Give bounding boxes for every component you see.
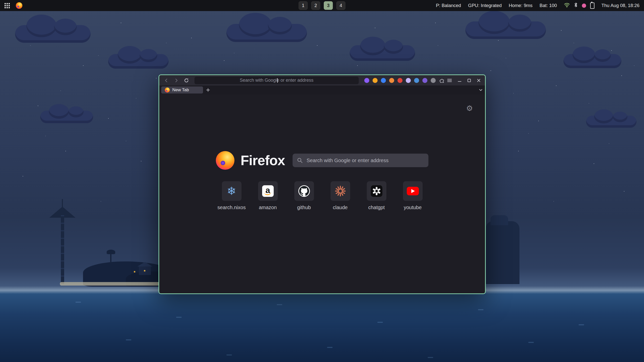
shortcut-tile [367,181,386,201]
extension-icon[interactable] [431,78,436,83]
workspace-label: 2 [314,3,317,8]
shortcut-claude[interactable]: claude [331,181,350,210]
newtab-hero: Firefox [216,151,428,170]
new-tab-button[interactable] [206,87,211,93]
workspace-switcher: 1 2 3 4 [299,1,345,10]
firefox-favicon-icon [165,87,170,93]
text-caret [277,78,278,83]
menu-hamburger-icon[interactable] [447,78,452,83]
phone-battery-icon[interactable] [590,3,594,9]
extension-icon[interactable] [364,78,369,83]
palm-tree [110,253,111,263]
reload-button[interactable] [182,77,190,84]
tab-new-tab[interactable]: New Tab [161,86,203,94]
workspace-label: 3 [327,3,330,8]
search-icon [297,157,303,163]
shortcut-grid: ❄ search.nixos a amazon [222,181,423,210]
gpu-module[interactable]: GPU: Integrated [468,3,502,8]
extension-icon[interactable] [414,78,419,83]
watchtower-mast [62,199,63,208]
extension-icon[interactable] [373,78,378,83]
url-bar[interactable] [194,77,359,84]
workspace-button-4[interactable]: 4 [336,1,345,10]
newtab-search-input[interactable] [293,153,428,167]
tab-bar: New Tab [159,85,485,94]
shortcut-youtube[interactable]: youtube [403,181,423,210]
extension-icons [363,78,437,83]
extension-icon[interactable] [406,78,411,83]
shortcut-label: github [297,205,311,210]
shortcut-search-nixos[interactable]: ❄ search.nixos [222,181,242,210]
nixos-snowflake-icon: ❄ [227,186,236,197]
system-tray [564,2,594,9]
forward-button[interactable] [172,77,180,84]
personalize-gear-icon[interactable]: ⚙ [465,104,474,112]
github-icon [298,185,310,197]
workspace-button-2[interactable]: 2 [311,1,320,10]
shortcut-tile: ❄ [222,181,242,201]
battery-module[interactable]: Bat: 100 [540,3,557,8]
back-button[interactable] [162,77,170,84]
list-tabs-chevron-icon[interactable] [478,88,483,92]
desktop: 1 2 3 4 P: Balanced GPU: Integrated Home… [0,0,644,362]
claude-icon [335,185,346,197]
shortcut-label: amazon [259,205,277,210]
shortcut-tile [331,181,350,201]
workspace-label: 1 [302,3,304,8]
firefox-window: New Tab ⚙ Firefox [158,74,486,294]
shortcut-label: claude [333,205,348,210]
shortcut-tile [294,181,314,201]
amazon-icon: a [262,185,274,197]
recording-indicator-icon[interactable] [582,4,586,8]
clock[interactable]: Thu Aug 08, 18:26 [601,3,639,8]
sea-cliff [486,221,519,284]
extension-icon[interactable] [389,78,394,83]
watchtower [61,209,64,284]
shortcut-label: youtube [404,205,422,210]
firefox-launcher-icon[interactable] [16,2,22,9]
status-bar-left [5,2,22,9]
shortcut-label: search.nixos [217,205,246,210]
status-bar: 1 2 3 4 P: Balanced GPU: Integrated Home… [0,0,644,11]
youtube-play-triangle [411,189,415,193]
tab-label: New Tab [172,87,189,93]
latency-module[interactable]: Home: 9ms [509,3,533,8]
shortcut-chatgpt[interactable]: chatgpt [367,181,386,210]
firefox-logo-icon [216,151,234,170]
shortcut-tile: a [258,181,278,201]
extension-icon[interactable] [397,78,403,83]
browser-toolbar [159,75,485,85]
workspace-button-3[interactable]: 3 [324,1,333,10]
app-launcher-grid-icon[interactable] [5,3,10,8]
window-controls [457,78,482,83]
url-input[interactable] [194,76,359,84]
extension-icon[interactable] [381,78,386,83]
workspace-label: 4 [340,3,342,8]
shortcut-github[interactable]: github [294,181,314,210]
minimize-button[interactable] [457,78,462,83]
shortcut-amazon[interactable]: a amazon [258,181,278,210]
shortcut-tile [403,181,423,201]
youtube-icon [407,187,419,195]
new-tab-page: ⚙ Firefox ❄ search.nixos [159,94,485,293]
chatgpt-icon [371,185,382,197]
status-bar-right: P: Balanced GPU: Integrated Home: 9ms Ba… [436,2,639,9]
bluetooth-icon[interactable] [574,2,578,9]
workspace-button-1[interactable]: 1 [299,1,308,10]
firefox-wordmark: Firefox [240,152,285,168]
shortcut-label: chatgpt [368,205,385,210]
maximize-button[interactable] [467,78,471,83]
close-button[interactable] [476,78,481,83]
extensions-puzzle-icon[interactable] [439,78,445,83]
power-profile-module[interactable]: P: Balanced [436,3,461,8]
firefox-icon [16,2,22,9]
hut-window-light [144,270,145,272]
wifi-icon[interactable] [564,2,570,9]
newtab-search-bar[interactable] [293,154,428,167]
extension-icon[interactable] [422,78,427,83]
